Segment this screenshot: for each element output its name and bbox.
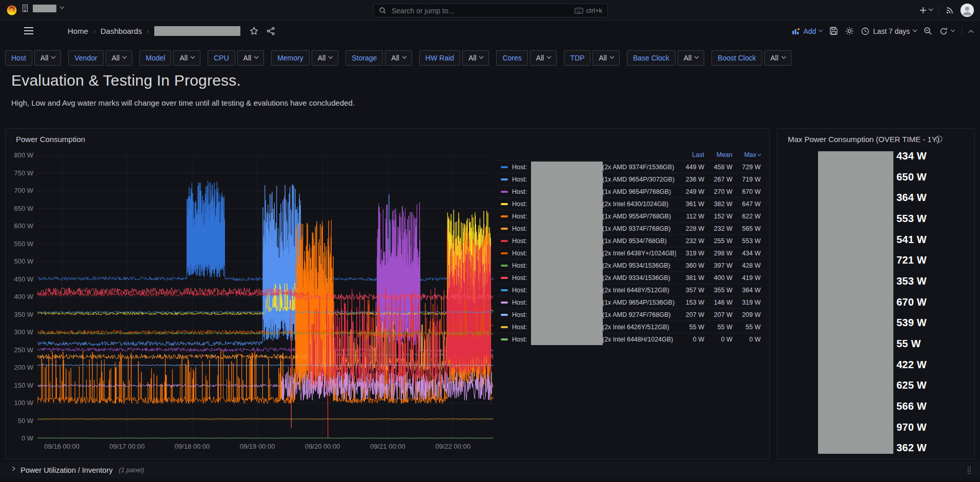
legend-series-spec[interactable]: (2x Intel 6448H/1024GB) [602, 336, 676, 343]
bar-gauge-value: 364 W [896, 192, 927, 204]
org-switcher[interactable] [22, 4, 64, 12]
legend-mean-value: 267 W [704, 176, 732, 183]
legend-series-spec[interactable]: (1x AMD 9654P/3072GB) [602, 176, 676, 183]
legend-last-value: 449 W [676, 164, 704, 171]
axis-tick-label: 600 W [14, 222, 33, 230]
filter-label[interactable]: CPU [208, 50, 235, 66]
breadcrumb-home[interactable]: Home [68, 27, 88, 35]
panel-title[interactable]: Power Consumption [16, 135, 85, 144]
time-series-chart[interactable]: 0 W50 W100 W150 W200 W250 W300 W350 W400… [8, 151, 496, 456]
legend-series-spec[interactable]: (2x AMD 9334/1536GB) [602, 274, 676, 282]
refresh-icon[interactable] [940, 27, 954, 35]
chevron-down-icon [60, 5, 64, 9]
menu-icon[interactable] [24, 26, 34, 35]
filter-value-dropdown[interactable]: All [34, 50, 62, 66]
legend-series-spec[interactable]: (2x AMD 9374F/1536GB) [602, 164, 676, 171]
axis-tick-label: 400 W [14, 293, 33, 300]
chevron-down-icon [781, 54, 785, 58]
legend-series-spec[interactable]: (2x AMD 9534/1536GB) [602, 262, 676, 269]
breadcrumb-dashboards[interactable]: Dashboards [100, 27, 142, 35]
series-color-swatch [501, 302, 508, 304]
legend-col-last[interactable]: Last [676, 151, 704, 158]
series-color-swatch [501, 203, 508, 205]
legend-series-spec[interactable]: (1x AMD 9654P/1536GB) [602, 299, 676, 306]
save-dashboard-icon[interactable] [829, 27, 838, 35]
filter-label[interactable]: Cores [496, 50, 527, 66]
chevron-down-icon [122, 54, 127, 58]
filter-value-dropdown[interactable]: All [173, 50, 200, 66]
filter-value-dropdown[interactable]: All [593, 50, 620, 66]
series-color-swatch [501, 166, 508, 168]
filter-label[interactable]: Model [139, 50, 171, 66]
legend-series-spec[interactable]: (1x AMD 9374F/768GB) [602, 225, 676, 232]
legend-series-spec[interactable]: (1x AMD 9534/768GB) [602, 237, 676, 245]
search-input[interactable] [391, 6, 570, 15]
bar-gauge-value: 434 W [896, 150, 927, 162]
filter-value-dropdown[interactable]: All [106, 50, 133, 66]
info-icon[interactable] [935, 135, 943, 143]
filter-value-dropdown[interactable]: All [237, 50, 264, 66]
bar-gauge-value: 650 W [896, 171, 927, 183]
bar-gauge-value: 721 W [896, 254, 927, 266]
org-name-redacted [33, 5, 56, 12]
bar-gauge-value: 539 W [896, 317, 927, 329]
panel-title[interactable]: Max Power Consumption (OVER TIME - 1Y) [788, 135, 940, 144]
search-box[interactable]: ctrl+k [373, 4, 608, 17]
filter-value-dropdown[interactable]: All [678, 50, 705, 66]
legend-max-value: 55 W [732, 324, 761, 331]
zoom-out-icon[interactable] [924, 27, 932, 35]
bar-gauge-value: 55 W [896, 338, 921, 350]
filter-label[interactable]: TDP [564, 50, 590, 66]
legend-host-label: Host: [512, 164, 530, 171]
legend-series-spec[interactable]: (1x AMD 9654P/768GB) [602, 188, 676, 195]
legend-last-value: 153 W [676, 299, 704, 306]
legend-series-spec[interactable]: (1x AMD 9274F/768GB) [602, 311, 676, 318]
legend-host-label: Host: [512, 237, 530, 245]
star-icon[interactable] [250, 27, 258, 35]
dashboard-settings-icon[interactable] [845, 27, 854, 35]
filter-value-dropdown[interactable]: All [530, 50, 557, 66]
filter-label[interactable]: Storage [345, 50, 383, 66]
time-range-picker[interactable]: Last 7 days [861, 27, 916, 35]
bar-gauge-value: 625 W [896, 379, 927, 391]
new-button[interactable] [920, 7, 932, 14]
chevron-down-icon [479, 54, 483, 58]
legend-mean-value: 270 W [704, 188, 732, 195]
axis-tick-label: 700 W [14, 187, 33, 194]
chevron-right-icon [11, 467, 14, 470]
filter-label[interactable]: Host [5, 50, 32, 66]
add-panel-button[interactable]: Add [792, 27, 822, 35]
filter-label[interactable]: Boost Clock [711, 50, 762, 66]
legend-mean-value: 400 W [704, 274, 732, 282]
collapse-toolbar-icon[interactable] [969, 29, 973, 33]
legend-series-spec[interactable]: (2x Intel 6426Y/512GB) [602, 324, 676, 331]
filter-value-dropdown[interactable]: All [462, 50, 489, 66]
row-drag-handle[interactable] [967, 466, 972, 474]
filter-value-dropdown[interactable]: All [764, 50, 791, 66]
legend-col-mean[interactable]: Mean [704, 151, 732, 158]
filter-value-dropdown[interactable]: All [312, 50, 339, 66]
grafana-logo-icon[interactable] [6, 5, 17, 16]
legend-host-label: Host: [512, 200, 530, 208]
filter-label[interactable]: Base Clock [627, 50, 676, 66]
breadcrumb-separator: › [93, 28, 95, 35]
filter-label[interactable]: HW Raid [419, 50, 460, 66]
legend-series-spec[interactable]: (2x Intel 6448Y/512GB) [602, 287, 676, 294]
filter-label[interactable]: Memory [271, 50, 310, 66]
legend-series-spec[interactable]: (2x Intel 6438Y+/1024GB) [602, 250, 676, 257]
news-icon[interactable] [945, 6, 954, 15]
share-icon[interactable] [267, 27, 275, 35]
legend-last-value: 319 W [676, 250, 704, 257]
filter-value-dropdown[interactable]: All [385, 50, 412, 66]
breadcrumb: Home › Dashboards › [68, 21, 275, 41]
dashboard-row-power-utilization[interactable]: Power Utilization / Inventory (1 panel) [0, 462, 980, 478]
legend-col-max[interactable]: Max [732, 151, 761, 158]
legend-series-spec[interactable]: (2x Intel 6430/1024GB) [602, 200, 676, 208]
filter-label[interactable]: Vendor [68, 50, 103, 66]
avatar[interactable] [961, 4, 974, 17]
variable-filters: HostAllVendorAllModelAllCPUAllMemoryAllS… [5, 50, 791, 66]
legend-series-spec[interactable]: (1x AMD 9554P/768GB) [602, 213, 676, 220]
legend-max-value: 719 W [732, 176, 761, 183]
axis-tick-label: 650 W [14, 205, 33, 212]
series-line [37, 371, 493, 400]
